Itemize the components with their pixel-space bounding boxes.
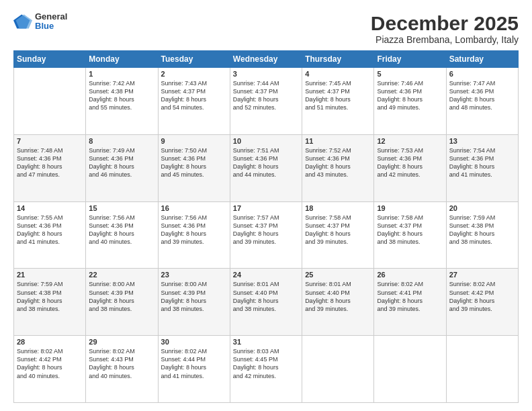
day-number: 31 (233, 338, 299, 346)
calendar-cell: 9Sunrise: 7:50 AMSunset: 4:36 PMDaylight… (158, 134, 230, 201)
day-number: 11 (305, 137, 371, 145)
cell-info: Sunrise: 7:44 AMSunset: 4:37 PMDaylight:… (233, 79, 299, 112)
cell-info: Sunrise: 8:00 AMSunset: 4:39 PMDaylight:… (161, 280, 227, 313)
day-number: 9 (161, 137, 227, 145)
cell-info: Sunrise: 8:02 AMSunset: 4:44 PMDaylight:… (161, 347, 227, 380)
day-number: 17 (233, 204, 299, 212)
calendar-cell: 21Sunrise: 7:59 AMSunset: 4:38 PMDayligh… (14, 269, 86, 336)
calendar-cell: 29Sunrise: 8:02 AMSunset: 4:43 PMDayligh… (86, 336, 158, 403)
cell-info: Sunrise: 7:59 AMSunset: 4:38 PMDaylight:… (17, 280, 83, 313)
day-number: 8 (89, 137, 154, 145)
calendar-cell: 15Sunrise: 7:56 AMSunset: 4:36 PMDayligh… (86, 201, 158, 269)
day-number: 6 (449, 70, 515, 78)
cell-info: Sunrise: 7:55 AMSunset: 4:36 PMDaylight:… (17, 214, 83, 246)
day-header-friday: Friday (374, 51, 446, 68)
calendar-cell (302, 336, 374, 403)
day-header-wednesday: Wednesday (230, 51, 302, 68)
day-number: 23 (161, 271, 227, 279)
calendar-week-1: 7Sunrise: 7:48 AMSunset: 4:36 PMDaylight… (14, 134, 519, 201)
calendar-cell: 16Sunrise: 7:56 AMSunset: 4:36 PMDayligh… (158, 201, 230, 269)
day-number: 1 (89, 70, 154, 78)
cell-info: Sunrise: 7:46 AMSunset: 4:36 PMDaylight:… (377, 79, 443, 112)
cell-info: Sunrise: 7:43 AMSunset: 4:37 PMDaylight:… (161, 79, 227, 112)
calendar-week-3: 21Sunrise: 7:59 AMSunset: 4:38 PMDayligh… (14, 269, 519, 336)
header: General Blue December 2025 Piazza Bremba… (13, 12, 519, 45)
calendar-week-0: 1Sunrise: 7:42 AMSunset: 4:38 PMDaylight… (14, 68, 519, 135)
calendar-cell: 5Sunrise: 7:46 AMSunset: 4:36 PMDaylight… (374, 68, 446, 135)
calendar-cell: 13Sunrise: 7:54 AMSunset: 4:36 PMDayligh… (446, 134, 518, 201)
day-number: 29 (89, 338, 154, 346)
cell-info: Sunrise: 7:47 AMSunset: 4:36 PMDaylight:… (449, 79, 515, 112)
calendar-cell: 22Sunrise: 8:00 AMSunset: 4:39 PMDayligh… (86, 269, 158, 336)
day-number: 18 (305, 204, 371, 212)
cell-info: Sunrise: 7:59 AMSunset: 4:38 PMDaylight:… (449, 214, 515, 246)
day-header-tuesday: Tuesday (158, 51, 230, 68)
calendar-cell: 14Sunrise: 7:55 AMSunset: 4:36 PMDayligh… (14, 201, 86, 269)
cell-info: Sunrise: 7:45 AMSunset: 4:37 PMDaylight:… (305, 79, 371, 112)
calendar-cell: 18Sunrise: 7:58 AMSunset: 4:37 PMDayligh… (302, 201, 374, 269)
day-number: 20 (449, 204, 515, 212)
day-header-saturday: Saturday (446, 51, 518, 68)
calendar-cell: 20Sunrise: 7:59 AMSunset: 4:38 PMDayligh… (446, 201, 518, 269)
day-header-monday: Monday (86, 51, 158, 68)
day-number: 19 (377, 204, 443, 212)
cell-info: Sunrise: 7:56 AMSunset: 4:36 PMDaylight:… (161, 214, 227, 246)
day-number: 7 (17, 137, 83, 145)
logo-icon (13, 12, 32, 31)
calendar-cell (14, 68, 86, 135)
cell-info: Sunrise: 8:01 AMSunset: 4:40 PMDaylight:… (233, 280, 299, 313)
calendar-cell: 28Sunrise: 8:02 AMSunset: 4:42 PMDayligh… (14, 336, 86, 403)
logo: General Blue (13, 12, 67, 32)
logo-blue: Blue (35, 21, 67, 31)
calendar-cell: 8Sunrise: 7:49 AMSunset: 4:36 PMDaylight… (86, 134, 158, 201)
cell-info: Sunrise: 7:50 AMSunset: 4:36 PMDaylight:… (161, 146, 227, 179)
calendar-cell: 7Sunrise: 7:48 AMSunset: 4:36 PMDaylight… (14, 134, 86, 201)
month-title: December 2025 (371, 12, 519, 34)
logo-text: General Blue (35, 12, 67, 32)
calendar-cell: 10Sunrise: 7:51 AMSunset: 4:36 PMDayligh… (230, 134, 302, 201)
day-header-thursday: Thursday (302, 51, 374, 68)
cell-info: Sunrise: 8:02 AMSunset: 4:42 PMDaylight:… (17, 347, 83, 380)
day-number: 26 (377, 271, 443, 279)
calendar-cell: 24Sunrise: 8:01 AMSunset: 4:40 PMDayligh… (230, 269, 302, 336)
calendar-cell: 2Sunrise: 7:43 AMSunset: 4:37 PMDaylight… (158, 68, 230, 135)
cell-info: Sunrise: 7:53 AMSunset: 4:36 PMDaylight:… (377, 146, 443, 179)
day-number: 30 (161, 338, 227, 346)
cell-info: Sunrise: 7:42 AMSunset: 4:38 PMDaylight:… (89, 79, 154, 112)
day-number: 28 (17, 338, 83, 346)
day-number: 22 (89, 271, 154, 279)
day-number: 15 (89, 204, 154, 212)
day-number: 24 (233, 271, 299, 279)
cell-info: Sunrise: 8:00 AMSunset: 4:39 PMDaylight:… (89, 280, 154, 313)
calendar-cell: 31Sunrise: 8:03 AMSunset: 4:45 PMDayligh… (230, 336, 302, 403)
cell-info: Sunrise: 7:49 AMSunset: 4:36 PMDaylight:… (89, 146, 154, 179)
day-number: 2 (161, 70, 227, 78)
title-block: December 2025 Piazza Brembana, Lombardy,… (371, 12, 519, 45)
day-number: 12 (377, 137, 443, 145)
calendar-cell (446, 336, 518, 403)
calendar-cell: 12Sunrise: 7:53 AMSunset: 4:36 PMDayligh… (374, 134, 446, 201)
calendar-cell (374, 336, 446, 403)
calendar-header-row: SundayMondayTuesdayWednesdayThursdayFrid… (14, 51, 519, 68)
cell-info: Sunrise: 8:01 AMSunset: 4:40 PMDaylight:… (305, 280, 371, 313)
location: Piazza Brembana, Lombardy, Italy (371, 34, 519, 45)
calendar-cell: 17Sunrise: 7:57 AMSunset: 4:37 PMDayligh… (230, 201, 302, 269)
cell-info: Sunrise: 8:03 AMSunset: 4:45 PMDaylight:… (233, 347, 299, 380)
day-number: 13 (449, 137, 515, 145)
calendar-cell: 25Sunrise: 8:01 AMSunset: 4:40 PMDayligh… (302, 269, 374, 336)
cell-info: Sunrise: 7:58 AMSunset: 4:37 PMDaylight:… (377, 214, 443, 246)
calendar-cell: 4Sunrise: 7:45 AMSunset: 4:37 PMDaylight… (302, 68, 374, 135)
calendar-week-2: 14Sunrise: 7:55 AMSunset: 4:36 PMDayligh… (14, 201, 519, 269)
day-number: 4 (305, 70, 371, 78)
day-number: 5 (377, 70, 443, 78)
calendar-cell: 27Sunrise: 8:02 AMSunset: 4:42 PMDayligh… (446, 269, 518, 336)
day-number: 14 (17, 204, 83, 212)
cell-info: Sunrise: 7:51 AMSunset: 4:36 PMDaylight:… (233, 146, 299, 179)
calendar-cell: 26Sunrise: 8:02 AMSunset: 4:41 PMDayligh… (374, 269, 446, 336)
calendar-cell: 11Sunrise: 7:52 AMSunset: 4:36 PMDayligh… (302, 134, 374, 201)
cell-info: Sunrise: 8:02 AMSunset: 4:41 PMDaylight:… (377, 280, 443, 313)
calendar-week-4: 28Sunrise: 8:02 AMSunset: 4:42 PMDayligh… (14, 336, 519, 403)
cell-info: Sunrise: 7:48 AMSunset: 4:36 PMDaylight:… (17, 146, 83, 179)
calendar-table: SundayMondayTuesdayWednesdayThursdayFrid… (13, 50, 519, 403)
day-header-sunday: Sunday (14, 51, 86, 68)
